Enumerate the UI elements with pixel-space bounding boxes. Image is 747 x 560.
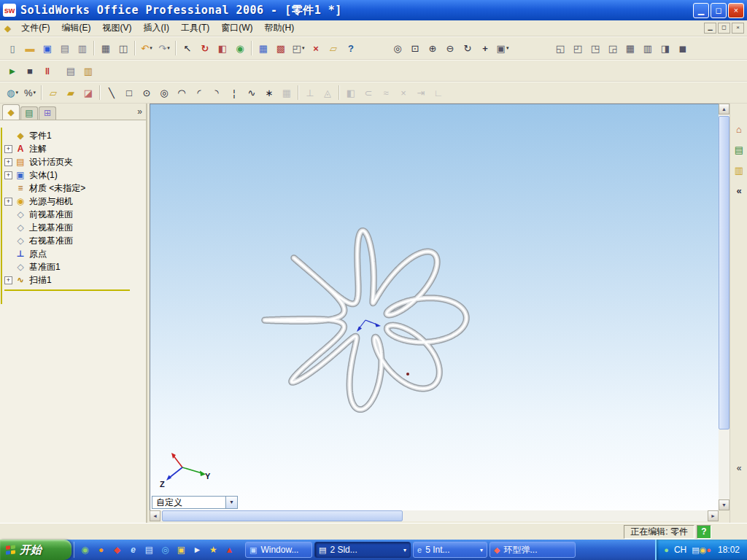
zoom-in-out-icon[interactable]: ⊕ bbox=[424, 40, 441, 56]
taskbar-task[interactable]: ▣Window... bbox=[245, 542, 312, 558]
tree-item[interactable]: ⊥原点 bbox=[4, 247, 144, 260]
save-icon[interactable]: ▣ bbox=[39, 40, 56, 56]
print-icon[interactable]: ▦ bbox=[97, 40, 115, 56]
model-canvas[interactable] bbox=[150, 104, 719, 510]
zoom-area-icon[interactable]: ⊡ bbox=[406, 40, 424, 56]
quick-launch-star-icon[interactable]: ★ bbox=[208, 544, 219, 556]
view-selector[interactable]: 自定义 ▼ bbox=[152, 496, 238, 509]
vertical-scrollbar[interactable]: ▲ ▼ bbox=[719, 104, 729, 510]
perimeter-circle-icon[interactable]: ◎ bbox=[155, 85, 173, 101]
new-window-icon[interactable]: ◱ bbox=[551, 40, 569, 56]
dimension-standard-icon[interactable]: ▩ bbox=[272, 40, 290, 56]
home-icon[interactable]: ⌂ bbox=[732, 122, 746, 137]
menu-item-2[interactable]: 编辑(E) bbox=[56, 20, 97, 36]
circle-tool-icon[interactable]: ⊙ bbox=[138, 85, 155, 101]
rotate-view-icon[interactable]: ↻ bbox=[459, 40, 476, 56]
make-drawing-icon[interactable]: ▤ bbox=[56, 40, 74, 56]
annotation-icon[interactable]: ▱ bbox=[325, 40, 342, 56]
task-dropdown-icon[interactable]: ▾ bbox=[480, 547, 483, 553]
stop-macro-icon[interactable]: ■ bbox=[21, 63, 39, 79]
make-assembly-icon[interactable]: ▥ bbox=[74, 40, 91, 56]
quick-launch-qq-icon[interactable]: ◆ bbox=[112, 544, 123, 556]
taskbar-task[interactable]: ▤2 Sld...▾ bbox=[314, 542, 411, 558]
horizontal-scroll-thumb[interactable] bbox=[162, 510, 403, 521]
graphics-area[interactable]: Y Z 自定义 ▼ bbox=[150, 104, 719, 510]
tree-item[interactable]: +∿扫描1 bbox=[4, 273, 144, 287]
quick-launch-browser-icon[interactable]: ◎ bbox=[160, 544, 171, 556]
zoom-selection-icon[interactable]: ⊖ bbox=[441, 40, 459, 56]
undo-icon[interactable]: ↶▾ bbox=[138, 40, 155, 56]
quick-tips-button[interactable]: ? bbox=[697, 525, 711, 539]
quick-launch-ie-icon[interactable]: e bbox=[128, 544, 139, 556]
task-dropdown-icon[interactable]: ▾ bbox=[403, 547, 406, 553]
rectangle-tool-icon[interactable]: □ bbox=[120, 85, 138, 101]
maximize-button[interactable]: ◻ bbox=[711, 3, 727, 18]
redo-icon[interactable]: ↷▾ bbox=[155, 40, 173, 56]
play-macro-icon[interactable]: ► bbox=[4, 63, 21, 79]
bottom-collapse-chevron-icon[interactable]: « bbox=[730, 463, 747, 473]
menu-item-3[interactable]: 视图(V) bbox=[97, 20, 138, 36]
tree-item[interactable]: ◇上视基准面 bbox=[4, 221, 144, 234]
quick-launch-player-icon[interactable]: ► bbox=[192, 544, 203, 556]
tree-item[interactable]: ◇基准面1 bbox=[4, 260, 144, 273]
centerpoint-arc-icon[interactable]: ◠ bbox=[173, 85, 190, 101]
print-preview-icon[interactable]: ◫ bbox=[115, 40, 132, 56]
cascade-windows-icon[interactable]: ◲ bbox=[604, 40, 622, 56]
minimize-button[interactable]: ▁ bbox=[693, 3, 709, 18]
help-icon[interactable]: ? bbox=[342, 40, 360, 56]
pan-icon[interactable]: + bbox=[476, 40, 494, 56]
edit-macro-icon[interactable]: ▥ bbox=[80, 63, 97, 79]
configurationmanager-tab[interactable]: ⊞ bbox=[39, 106, 56, 120]
vertical-scroll-thumb[interactable] bbox=[719, 116, 729, 429]
tree-item[interactable]: ◇右视基准面 bbox=[4, 234, 144, 247]
view-orientation-icon[interactable]: ◰▾ bbox=[290, 40, 307, 56]
close-all-icon[interactable]: ▥ bbox=[639, 40, 657, 56]
fullscreen-icon[interactable]: ◼ bbox=[674, 40, 692, 56]
tree-item[interactable]: +▣实体(1) bbox=[4, 168, 144, 182]
close-button[interactable]: × bbox=[728, 3, 744, 18]
mdi-restore-button[interactable]: ◻ bbox=[718, 23, 730, 34]
eraser-icon[interactable]: ◪ bbox=[80, 85, 97, 101]
tree-item[interactable]: +▤设计活页夹 bbox=[4, 155, 144, 168]
quick-launch-mail-icon[interactable]: ▣ bbox=[176, 544, 187, 556]
tile-horizontal-icon[interactable]: ◰ bbox=[569, 40, 587, 56]
taskbar-task[interactable]: e5 Int...▾ bbox=[413, 542, 487, 558]
tree-item[interactable]: +◉光源与相机 bbox=[4, 195, 144, 208]
propertymanager-tab[interactable]: ▤ bbox=[20, 106, 38, 120]
open-document-icon[interactable]: ▬ bbox=[21, 40, 39, 56]
sketch-modify-icon[interactable]: ▰ bbox=[62, 85, 80, 101]
menu-item-5[interactable]: 工具(T) bbox=[175, 20, 215, 36]
rebuild-icon[interactable]: ↻ bbox=[196, 40, 214, 56]
smart-dimension-icon[interactable]: %▾ bbox=[21, 85, 39, 101]
collapse-chevron-icon[interactable]: « bbox=[732, 184, 746, 198]
scroll-left-button[interactable]: ◄ bbox=[150, 510, 160, 521]
pause-macro-icon[interactable]: ‖ bbox=[39, 63, 56, 79]
start-button[interactable]: 开始 bbox=[0, 540, 71, 560]
menu-item-7[interactable]: 帮助(H) bbox=[259, 20, 301, 36]
tree-expander-icon[interactable]: + bbox=[4, 158, 12, 166]
centerline-icon[interactable]: ¦ bbox=[225, 85, 243, 101]
line-tool-icon[interactable]: ╲ bbox=[103, 85, 120, 101]
quick-launch-messenger-icon[interactable]: ◉ bbox=[80, 544, 90, 556]
language-indicator[interactable]: CH bbox=[674, 545, 686, 555]
tree-item[interactable]: ◇前视基准面 bbox=[4, 208, 144, 221]
appearance-icon[interactable]: ◉ bbox=[231, 40, 249, 56]
scroll-up-button[interactable]: ▲ bbox=[719, 104, 729, 114]
menu-item-6[interactable]: 窗口(W) bbox=[215, 20, 258, 36]
point-tool-icon[interactable]: ∗ bbox=[260, 85, 278, 101]
scroll-down-button[interactable]: ▼ bbox=[719, 499, 729, 510]
tray-volume-icon[interactable]: ◉ bbox=[700, 545, 707, 554]
sketch-edit-icon[interactable]: ▱ bbox=[44, 85, 62, 101]
sketch-icon[interactable]: ◍▾ bbox=[4, 85, 21, 101]
tray-messenger-icon[interactable]: ● bbox=[664, 545, 669, 554]
rollback-bar[interactable] bbox=[4, 289, 130, 291]
spline-tool-icon[interactable]: ∿ bbox=[243, 85, 260, 101]
tree-item[interactable]: ≡材质 <未指定> bbox=[4, 182, 144, 195]
tile-vertical-icon[interactable]: ◳ bbox=[587, 40, 604, 56]
scroll-right-button[interactable]: ► bbox=[708, 510, 719, 521]
tree-expander-icon[interactable]: + bbox=[4, 145, 12, 153]
menu-item-1[interactable]: 文件(F) bbox=[15, 20, 55, 36]
arrange-icons-icon[interactable]: ▦ bbox=[622, 40, 639, 56]
standard-views-icon[interactable]: ▣▾ bbox=[494, 40, 511, 56]
tangent-arc-icon[interactable]: ◜ bbox=[190, 85, 208, 101]
